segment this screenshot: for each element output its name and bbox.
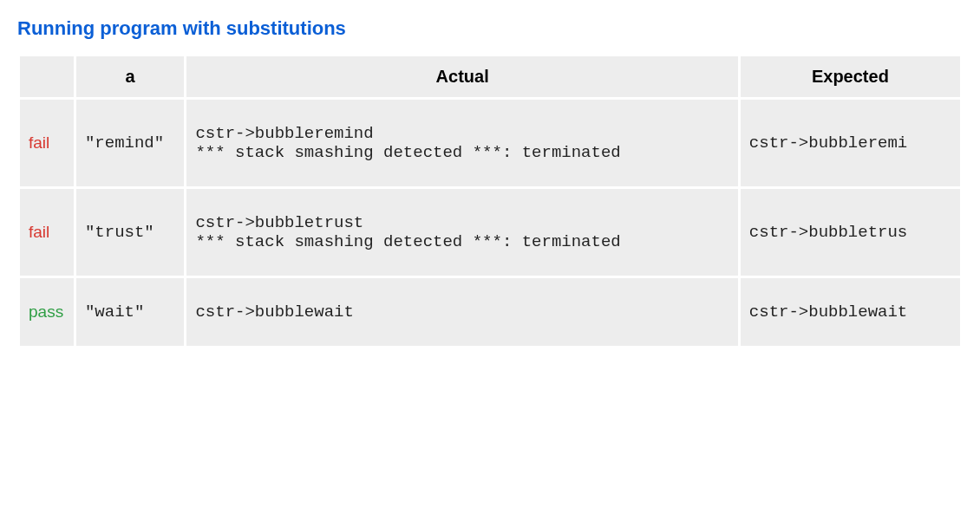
- actual-cell: cstr->bubblewait: [186, 278, 737, 346]
- results-table: a Actual Expected fail "remind" cstr->bu…: [17, 54, 963, 348]
- a-cell: "wait": [76, 278, 185, 346]
- col-header-expected: Expected: [741, 56, 960, 97]
- a-cell: "remind": [76, 100, 185, 186]
- table-row: fail "trust" cstr->bubbletrust *** stack…: [20, 189, 960, 276]
- table-header-row: a Actual Expected: [20, 56, 960, 97]
- expected-cell: cstr->bubbleremi: [741, 100, 960, 186]
- status-cell: pass: [20, 278, 74, 346]
- col-header-a: a: [76, 56, 185, 97]
- expected-cell: cstr->bubbletrus: [741, 189, 960, 276]
- status-cell: fail: [20, 189, 74, 276]
- actual-cell: cstr->bubbleremind *** stack smashing de…: [186, 100, 737, 186]
- col-header-status: [20, 56, 74, 97]
- col-header-actual: Actual: [186, 56, 737, 97]
- status-cell: fail: [20, 100, 74, 186]
- actual-cell: cstr->bubbletrust *** stack smashing det…: [186, 189, 737, 276]
- expected-cell: cstr->bubblewait: [741, 278, 960, 346]
- table-row: pass "wait" cstr->bubblewait cstr->bubbl…: [20, 278, 960, 346]
- section-title: Running program with substitutions: [17, 17, 963, 40]
- table-row: fail "remind" cstr->bubbleremind *** sta…: [20, 100, 960, 186]
- a-cell: "trust": [76, 189, 185, 276]
